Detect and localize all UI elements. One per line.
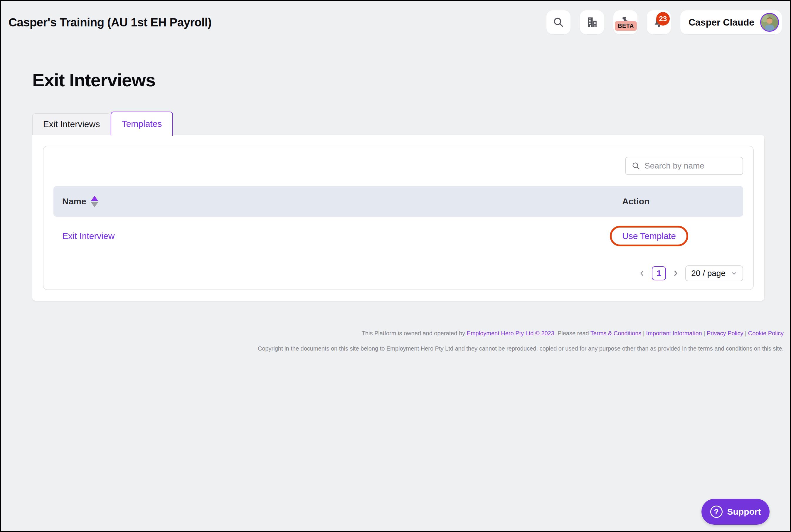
page-number-button[interactable]: 1 (652, 266, 666, 280)
footer-ownership-text: This Platform is owned and operated by (362, 330, 465, 337)
support-label: Support (727, 507, 761, 517)
footer-please-read-text: . Please read (554, 330, 589, 337)
templates-table: Name Action Exit Interview (53, 186, 743, 255)
organisation-title: Casper's Training (AU 1st EH Payroll) (8, 16, 211, 29)
terms-conditions-link[interactable]: Terms & Conditions (590, 330, 641, 337)
user-avatar (760, 13, 779, 32)
chevron-right-icon (672, 269, 679, 277)
next-page-button[interactable] (672, 269, 679, 277)
tab-templates[interactable]: Templates (111, 112, 173, 136)
question-mark-icon: ? (710, 506, 722, 518)
page-title: Exit Interviews (32, 70, 762, 91)
user-menu[interactable]: Casper Claude (680, 10, 782, 34)
column-header-action: Action (622, 196, 743, 206)
annotation-highlight-circle: Use Template (610, 226, 688, 246)
footer-line-1: This Platform is owned and operated by E… (1, 329, 784, 338)
footer-separator: | (703, 330, 705, 337)
topbar-actions: BETA 23 Casper Claude (546, 10, 782, 34)
beta-features-button[interactable]: BETA (614, 10, 637, 34)
user-name: Casper Claude (689, 17, 754, 28)
pagination: 1 20 / page (53, 265, 743, 281)
notification-count-badge: 23 (656, 12, 670, 25)
tab-bar: Exit Interviews Templates (32, 112, 762, 135)
important-information-link[interactable]: Important Information (646, 330, 702, 337)
table-header-row: Name Action (53, 186, 743, 217)
organisation-switcher-button[interactable] (580, 10, 604, 34)
chevron-down-icon (731, 270, 737, 277)
row-name-cell: Exit Interview (53, 231, 622, 241)
search-input[interactable] (644, 161, 737, 171)
employment-hero-link[interactable]: Employment Hero Pty Ltd © 2023 (467, 330, 554, 337)
template-name-link[interactable]: Exit Interview (62, 231, 114, 241)
row-action-cell: Use Template (622, 226, 743, 246)
templates-card: Name Action Exit Interview (43, 146, 754, 290)
tab-exit-interviews[interactable]: Exit Interviews (32, 113, 111, 135)
footer-separator: | (745, 330, 746, 337)
action-column-label: Action (622, 196, 649, 206)
page-size-select[interactable]: 20 / page (685, 265, 743, 281)
search-icon (552, 16, 564, 28)
templates-panel: Name Action Exit Interview (32, 135, 764, 301)
top-header-bar: Casper's Training (AU 1st EH Payroll) (1, 1, 790, 35)
footer-line-2: Copyright in the documents on this site … (1, 344, 784, 353)
card-toolbar (53, 157, 743, 175)
page-footer: This Platform is owned and operated by E… (1, 329, 790, 353)
table-row: Exit Interview Use Template (53, 217, 743, 255)
tab-templates-label: Templates (122, 119, 162, 129)
sort-control[interactable] (91, 196, 98, 207)
use-template-link[interactable]: Use Template (622, 231, 676, 241)
beta-badge: BETA (615, 21, 637, 31)
column-header-name[interactable]: Name (53, 196, 622, 207)
cookie-policy-link[interactable]: Cookie Policy (748, 330, 784, 337)
search-icon (632, 162, 640, 170)
tab-exit-interviews-label: Exit Interviews (43, 119, 100, 129)
name-column-label: Name (62, 196, 86, 206)
template-search[interactable] (625, 157, 743, 175)
footer-copyright-text: Copyright in the documents on this site … (258, 345, 784, 352)
notifications-button[interactable]: 23 (647, 10, 671, 34)
chevron-left-icon (638, 269, 646, 277)
privacy-policy-link[interactable]: Privacy Policy (707, 330, 743, 337)
footer-separator: | (643, 330, 644, 337)
sort-ascending-icon (91, 196, 98, 201)
organisation-icon (586, 16, 598, 28)
global-search-button[interactable] (546, 10, 570, 34)
page-size-value: 20 / page (691, 269, 726, 278)
previous-page-button[interactable] (638, 269, 646, 277)
support-button[interactable]: ? Support (701, 499, 770, 525)
sort-descending-icon (91, 202, 98, 207)
main-content: Exit Interviews Exit Interviews Template… (1, 70, 790, 301)
